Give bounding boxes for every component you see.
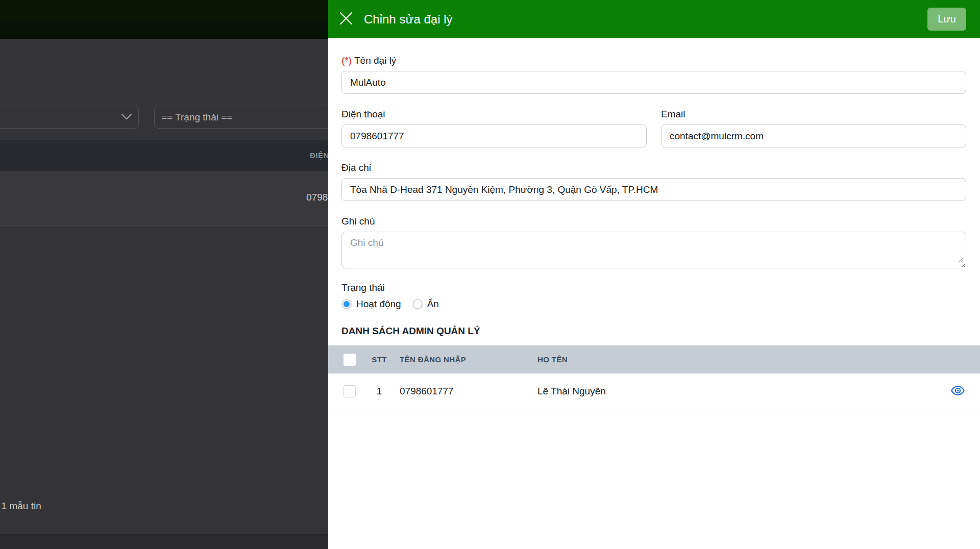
email-input[interactable]: [661, 124, 966, 147]
record-count: / 1 mẫu tin: [0, 501, 41, 512]
status-radio-group: Hoạt động Ẩn: [341, 298, 966, 310]
col-stt: STT: [372, 355, 387, 364]
admin-table: STT TÊN ĐĂNG NHẬP HỌ TÊN 1 0798601777 Lê…: [328, 345, 980, 409]
radio-hidden[interactable]: [412, 299, 423, 309]
row-username: 0798601777: [400, 386, 537, 397]
background-footer-bar: [0, 534, 328, 549]
note-textarea[interactable]: [341, 232, 966, 268]
address-label: Địa chỉ: [341, 161, 966, 174]
admin-table-header: STT TÊN ĐĂNG NHẬP HỌ TÊN: [328, 345, 980, 373]
panel-header: Chỉnh sửa đại lý Lưu: [328, 0, 980, 38]
row-stt: 1: [372, 386, 387, 397]
panel-body: (*) Tên đại lý Điện thoại Email Địa chỉ …: [328, 54, 980, 409]
background-row-phone: 0798: [306, 192, 328, 203]
background-col-phone: ĐIỆN: [310, 151, 328, 160]
panel-title: Chỉnh sửa đại lý: [364, 12, 452, 27]
radio-hidden-label: Ẩn: [427, 298, 439, 310]
background-table-row[interactable]: 0798: [0, 171, 328, 226]
background-navbar: [0, 0, 328, 21]
agent-name-input[interactable]: [341, 71, 966, 94]
background-subheader: [0, 21, 328, 39]
background-filter-dropdown[interactable]: [0, 106, 139, 129]
background-status-dropdown[interactable]: == Trạng thái ==: [154, 106, 328, 129]
note-label: Ghi chú: [341, 215, 966, 228]
phone-input[interactable]: [341, 124, 647, 147]
email-label: Email: [661, 108, 966, 121]
address-input[interactable]: [341, 178, 966, 201]
close-icon: [339, 11, 353, 27]
close-button[interactable]: [337, 11, 355, 28]
eye-icon: [951, 385, 965, 397]
view-admin-button[interactable]: [951, 385, 965, 397]
background-table-header: ĐIỆN: [0, 140, 328, 171]
chevron-down-icon: [121, 112, 132, 123]
save-button[interactable]: Lưu: [927, 8, 966, 31]
phone-label: Điện thoại: [341, 108, 647, 121]
col-fullname: HỌ TÊN: [537, 355, 965, 364]
agent-name-label: (*) Tên đại lý: [341, 54, 966, 67]
status-label: Trạng thái: [341, 281, 966, 294]
status-dropdown-value: == Trạng thái ==: [161, 112, 232, 123]
admin-table-row: 1 0798601777 Lê Thái Nguyên: [328, 373, 980, 409]
radio-active[interactable]: [341, 299, 352, 309]
dimmed-background-page: == Trạng thái == ĐIỆN 0798 / 1 mẫu tin: [0, 0, 328, 549]
edit-agent-panel: Chỉnh sửa đại lý Lưu (*) Tên đại lý Điện…: [328, 0, 980, 549]
admin-list-heading: DANH SÁCH ADMIN QUẢN LÝ: [341, 325, 966, 338]
row-checkbox[interactable]: [344, 385, 356, 397]
required-marker: (*): [341, 55, 352, 66]
row-fullname: Lê Thái Nguyên: [537, 386, 951, 397]
col-username: TÊN ĐĂNG NHẬP: [400, 355, 537, 364]
radio-active-label: Hoạt động: [356, 298, 401, 310]
select-all-checkbox[interactable]: [344, 354, 356, 366]
